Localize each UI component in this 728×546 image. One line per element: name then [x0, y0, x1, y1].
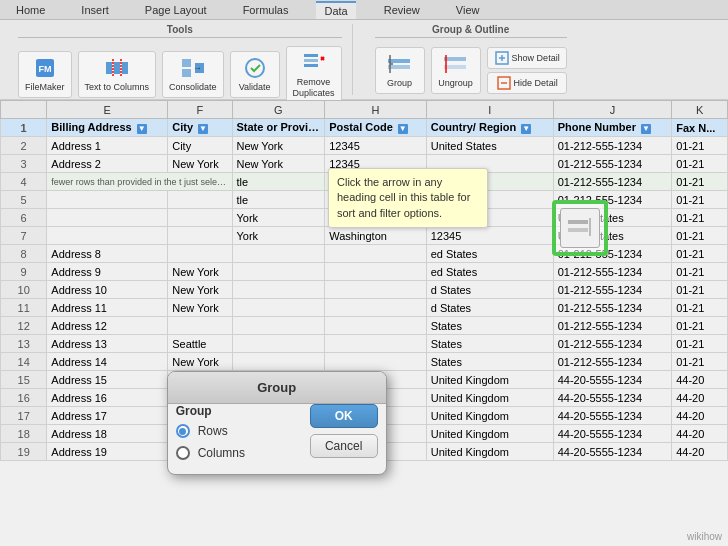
cell-f10: New York [168, 281, 232, 299]
tab-data[interactable]: Data [316, 1, 355, 19]
cell-k19: 44-20 [672, 443, 728, 461]
validate-button[interactable]: Validate [230, 51, 280, 98]
filemaker-button[interactable]: FM FileMaker [18, 51, 72, 98]
cell-g7: York [232, 227, 325, 245]
hide-detail-label: Hide Detail [514, 78, 558, 89]
cell-e11: Address 11 [47, 299, 168, 317]
row-num-4: 4 [1, 173, 47, 191]
cell-j7: United States [553, 227, 672, 245]
header-city: City ▼ [168, 119, 232, 137]
cell-k17: 44-20 [672, 407, 728, 425]
filter-city[interactable]: ▼ [198, 124, 208, 134]
corner-cell [1, 101, 47, 119]
cell-j19: 44-20-5555-1234 [553, 443, 672, 461]
svg-point-11 [246, 59, 264, 77]
cell-j11: 01-212-555-1234 [553, 299, 672, 317]
cell-k11: 01-21 [672, 299, 728, 317]
columns-radio[interactable] [176, 446, 190, 460]
cell-f13: Seattle [168, 335, 232, 353]
dialog-options-area: Group Rows Columns [176, 404, 245, 460]
validate-icon [243, 56, 267, 80]
row-num-11: 11 [1, 299, 47, 317]
cell-k2: 01-21 [672, 137, 728, 155]
cell-e16: Address 16 [47, 389, 168, 407]
table-row: 14 Address 14 New York States 01-212-555… [1, 353, 728, 371]
rows-radio[interactable] [176, 424, 190, 438]
cell-e6 [47, 209, 168, 227]
cell-g4: tle [232, 173, 325, 191]
ribbon: Tools FM FileMaker Text to Columns → Con… [0, 20, 728, 100]
group-button[interactable]: Group [375, 47, 425, 94]
cell-k3: 01-21 [672, 155, 728, 173]
rows-option[interactable]: Rows [176, 424, 245, 438]
cell-j3: 01-212-555-1234 [553, 155, 672, 173]
consolidate-button[interactable]: → Consolidate [162, 51, 224, 98]
show-detail-button[interactable]: Show Detail [487, 47, 567, 69]
cell-g5: tle [232, 191, 325, 209]
cell-h7: Washington [325, 227, 427, 245]
hide-detail-button[interactable]: Hide Detail [487, 72, 567, 94]
spreadsheet-container: E F G H I J K 1 Billing Address ▼ City ▼… [0, 100, 728, 546]
cell-i15: United Kingdom [426, 371, 553, 389]
cell-i10: d States [426, 281, 553, 299]
cell-g10 [232, 281, 325, 299]
cell-f12 [168, 317, 232, 335]
cell-e12: Address 12 [47, 317, 168, 335]
cancel-button[interactable]: Cancel [310, 434, 378, 458]
table-row: 11 Address 11 New York d States 01-212-5… [1, 299, 728, 317]
cell-i7: 12345 [426, 227, 553, 245]
svg-rect-18 [388, 59, 410, 63]
hide-detail-icon [496, 75, 512, 91]
cell-i3 [426, 155, 553, 173]
tab-home[interactable]: Home [8, 2, 53, 18]
cell-k10: 01-21 [672, 281, 728, 299]
cell-k5: 01-21 [672, 191, 728, 209]
row-num-8: 8 [1, 245, 47, 263]
svg-text:→: → [193, 63, 202, 73]
cell-i5: 12345 [426, 191, 553, 209]
tab-formulas[interactable]: Formulas [235, 2, 297, 18]
rows-label: Rows [198, 424, 228, 438]
cell-h10 [325, 281, 427, 299]
row-num-17: 17 [1, 407, 47, 425]
ungroup-icon [444, 52, 468, 76]
cell-k8: 01-21 [672, 245, 728, 263]
cell-i13: States [426, 335, 553, 353]
tab-review[interactable]: Review [376, 2, 428, 18]
text-to-columns-button[interactable]: Text to Columns [78, 51, 157, 98]
filter-postal[interactable]: ▼ [398, 124, 408, 134]
cell-i11: d States [426, 299, 553, 317]
cell-e17: Address 17 [47, 407, 168, 425]
tools-header: Tools [18, 24, 342, 38]
ungroup-button[interactable]: Ungroup [431, 47, 481, 94]
cell-k9: 01-21 [672, 263, 728, 281]
cell-h3: 12345 [325, 155, 427, 173]
ok-button[interactable]: OK [310, 404, 378, 428]
columns-option[interactable]: Columns [176, 446, 245, 460]
cell-k7: 01-21 [672, 227, 728, 245]
cell-e13: Address 13 [47, 335, 168, 353]
row-num-19: 19 [1, 443, 47, 461]
cell-f8 [168, 245, 232, 263]
tab-insert[interactable]: Insert [73, 2, 117, 18]
cell-f5 [168, 191, 232, 209]
cell-g12 [232, 317, 325, 335]
col-g: G [232, 101, 325, 119]
filter-billing[interactable]: ▼ [137, 124, 147, 134]
group-dialog: Group Group Rows Columns [167, 371, 387, 475]
row-num-2: 2 [1, 137, 47, 155]
cell-f14: New York [168, 353, 232, 371]
remove-duplicates-button[interactable]: Remove Duplicates [286, 46, 342, 104]
cell-j12: 01-212-555-1234 [553, 317, 672, 335]
table-header-row: 1 Billing Address ▼ City ▼ State or Prov… [1, 119, 728, 137]
cell-e3: Address 2 [47, 155, 168, 173]
tab-page-layout[interactable]: Page Layout [137, 2, 215, 18]
table-row: 2 Address 1 City New York 12345 United S… [1, 137, 728, 155]
tab-view[interactable]: View [448, 2, 488, 18]
cell-g2: New York [232, 137, 325, 155]
filter-country[interactable]: ▼ [521, 124, 531, 134]
cell-g8 [232, 245, 325, 263]
filter-phone[interactable]: ▼ [641, 124, 651, 134]
cell-k18: 44-20 [672, 425, 728, 443]
cell-i12: States [426, 317, 553, 335]
